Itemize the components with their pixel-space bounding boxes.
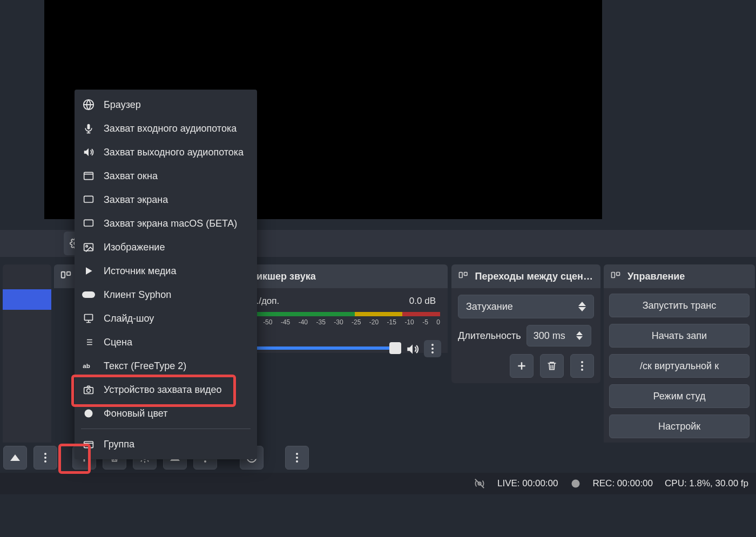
svg-point-14	[44, 457, 46, 459]
menu-item-label: Захват экрана macOS (БЕТА)	[104, 218, 237, 229]
svg-rect-11	[612, 273, 615, 278]
svg-point-4	[431, 348, 434, 350]
dock-icon	[60, 270, 72, 282]
svg-rect-7	[464, 273, 467, 276]
chevron-up-icon	[576, 331, 583, 335]
plus-icon	[516, 361, 527, 371]
camera-icon	[82, 384, 95, 395]
menu-item-label: Клиент Syphon	[104, 289, 171, 301]
scenes-panel	[3, 264, 51, 473]
menu-item-gamepad[interactable]: Клиент Syphon	[75, 283, 257, 307]
kebab-icon	[580, 361, 584, 371]
mic-icon	[82, 123, 95, 134]
menu-item-list[interactable]: Сцена	[75, 330, 257, 354]
cpu-status: CPU: 1.8%, 30.00 fp	[665, 478, 748, 489]
start-record-button[interactable]: Начать запи	[609, 324, 750, 348]
menu-item-image[interactable]: Изображение	[75, 235, 257, 259]
scene-menu-button[interactable]	[33, 446, 57, 470]
svg-point-39	[85, 410, 93, 418]
rec-status: REC: 00:00:00	[593, 478, 653, 489]
menu-item-label: Источник медиа	[104, 266, 176, 277]
svg-rect-12	[617, 273, 620, 276]
menu-item-mic[interactable]: Захват входного аудиопотока	[75, 117, 257, 140]
volume-icon[interactable]	[406, 342, 420, 356]
menu-item-globe[interactable]: Браузер	[75, 93, 257, 117]
transition-add-button[interactable]	[510, 354, 534, 378]
svg-rect-28	[87, 124, 90, 130]
menu-item-text[interactable]: abТекст (FreeType 2)	[75, 354, 257, 378]
svg-point-22	[296, 453, 298, 455]
duration-input[interactable]: 300 ms	[526, 325, 591, 346]
svg-point-10	[581, 369, 583, 371]
menu-item-slideshow[interactable]: Слайд-шоу	[75, 307, 257, 330]
no-signal-icon	[474, 478, 485, 490]
live-status: LIVE: 00:00:00	[497, 478, 558, 489]
svg-rect-30	[84, 196, 93, 202]
menu-item-play[interactable]: Источник медиа	[75, 259, 257, 283]
virtual-cam-button[interactable]: /ск виртуальной к	[609, 354, 750, 378]
svg-rect-40	[84, 441, 93, 448]
transition-select[interactable]: Затухание	[458, 295, 594, 318]
start-stream-button[interactable]: Запустить транс	[609, 294, 750, 317]
menu-item-label: Слайд-шоу	[104, 313, 154, 324]
transition-selected: Затухание	[466, 301, 513, 312]
chevron-down-icon	[576, 336, 583, 340]
menu-item-group[interactable]: Группа	[75, 432, 257, 456]
meter-ticks: 5 -50 -45 -40 -35 -30 -25 -20 -15 -10 -5…	[251, 318, 440, 326]
transition-stepper[interactable]	[575, 302, 589, 311]
menu-item-label: Текст (FreeType 2)	[104, 361, 186, 372]
mixer-menu-button[interactable]	[285, 446, 309, 470]
svg-point-23	[296, 457, 298, 459]
kebab-icon	[431, 343, 434, 354]
menu-item-label: Захват входного аудиопотока	[104, 123, 237, 134]
image-icon	[82, 242, 95, 253]
svg-point-9	[581, 365, 583, 367]
dock-icon	[610, 271, 621, 282]
menu-item-monitor[interactable]: Захват экрана	[75, 188, 257, 212]
menu-item-window[interactable]: Захват окна	[75, 164, 257, 188]
transition-remove-button[interactable]	[540, 354, 564, 378]
play-icon	[82, 266, 95, 276]
menu-item-camera[interactable]: Устройство захвата видео	[75, 378, 257, 402]
dock-icon	[458, 271, 469, 282]
svg-point-26	[571, 480, 579, 488]
menu-item-speaker[interactable]: Захват выходного аудиопотока	[75, 140, 257, 164]
gamepad-icon	[82, 290, 95, 299]
group-icon	[82, 439, 95, 450]
svg-point-24	[296, 460, 298, 463]
trash-icon	[546, 361, 557, 371]
transitions-panel: Переходы между сцена... Затухание Длител…	[451, 264, 600, 383]
svg-rect-34	[82, 291, 95, 298]
svg-point-13	[44, 453, 46, 455]
duration-stepper[interactable]	[572, 331, 586, 340]
duration-label: Длительность	[458, 330, 521, 342]
chevron-down-icon	[578, 307, 586, 311]
disk-icon	[570, 478, 581, 489]
svg-point-8	[581, 361, 583, 363]
transition-menu-button[interactable]	[570, 354, 594, 378]
audio-meter	[251, 312, 440, 316]
svg-point-3	[431, 344, 434, 346]
menu-item-label: Браузер	[104, 99, 141, 111]
volume-slider-thumb[interactable]	[389, 342, 401, 354]
svg-rect-1	[62, 272, 65, 278]
studio-mode-button[interactable]: Режим студ	[609, 384, 750, 408]
menu-item-circle[interactable]: Фоновый цвет	[75, 402, 257, 425]
selected-scene[interactable]	[3, 289, 51, 310]
menu-separator	[81, 429, 251, 429]
mixer-header: икшер звука	[251, 264, 448, 288]
monitor-icon	[82, 218, 95, 229]
svg-rect-29	[84, 172, 93, 179]
scene-move-up-button[interactable]	[3, 446, 27, 470]
settings-button[interactable]: Настройк	[609, 414, 750, 438]
menu-item-monitor[interactable]: Захват экрана macOS (БЕТА)	[75, 212, 257, 235]
menu-item-label: Захват экрана	[104, 194, 168, 206]
svg-text:ab: ab	[83, 363, 90, 369]
status-bar: LIVE: 00:00:00 REC: 00:00:00 CPU: 1.8%, …	[0, 473, 756, 494]
menu-item-label: Группа	[104, 439, 134, 450]
svg-rect-32	[84, 243, 93, 250]
add-source-menu: БраузерЗахват входного аудиопотокаЗахват…	[75, 90, 257, 459]
volume-slider-track[interactable]	[251, 346, 395, 350]
mixer-source-menu[interactable]	[424, 340, 441, 357]
svg-point-33	[86, 246, 87, 247]
